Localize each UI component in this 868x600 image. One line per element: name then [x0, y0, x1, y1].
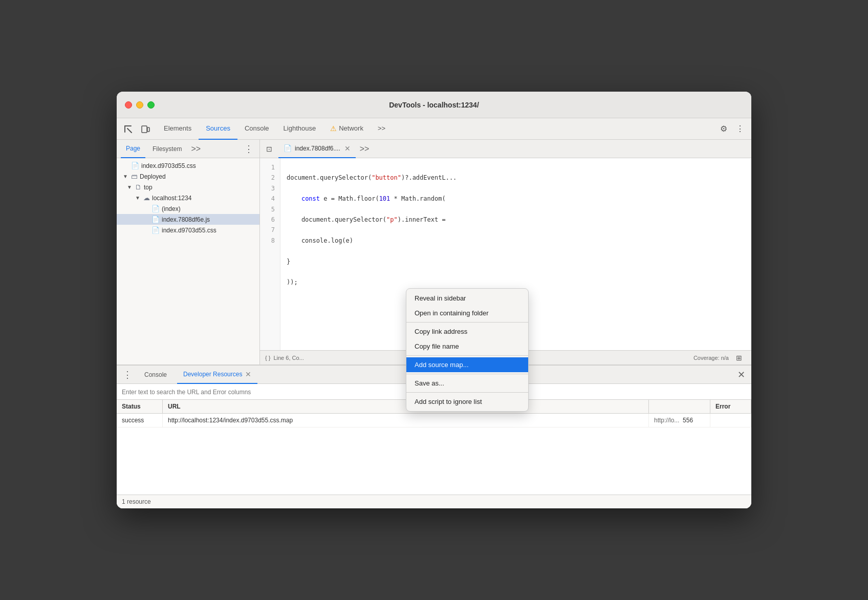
title-bar: DevTools - localhost:1234/	[117, 92, 751, 118]
cell-error	[710, 414, 751, 427]
editor-tab-label: index.7808df6....	[295, 145, 340, 152]
minimize-button[interactable]	[136, 101, 143, 109]
folder-label: localhost:1234	[152, 195, 191, 202]
ctx-separator-4	[406, 392, 528, 393]
sidebar-tab-bar: Page Filesystem >> ⋮	[117, 140, 259, 158]
cell-url: http://localhost:1234/index.d9703d55.css…	[163, 414, 649, 427]
file-icon: 📄	[151, 205, 160, 212]
ctx-copy-link[interactable]: Copy link address	[406, 324, 528, 339]
ctx-add-ignore[interactable]: Add script to ignore list	[406, 394, 528, 409]
tab-lighthouse[interactable]: Lighthouse	[276, 118, 323, 140]
cell-url2: http://lo... 556	[649, 414, 710, 427]
sidebar-menu-button[interactable]: ⋮	[242, 141, 255, 157]
bottom-tab-dev-resources[interactable]: Developer Resources ✕	[177, 366, 257, 384]
panel-layout-icon[interactable]: ⊡	[262, 142, 276, 156]
file-tree-sidebar: Page Filesystem >> ⋮ 📄 index.d9703d55.cs…	[117, 140, 260, 365]
close-bottom-panel-icon[interactable]: ✕	[735, 367, 747, 382]
tab-network[interactable]: ⚠ Network	[323, 118, 371, 140]
file-icon: 📄	[131, 162, 139, 169]
file-icon: 📄	[151, 216, 160, 223]
status-right: Coverage: n/a ⊞	[693, 351, 746, 365]
ctx-copy-filename[interactable]: Copy file name	[406, 339, 528, 354]
svg-rect-1	[124, 125, 125, 133]
list-item[interactable]: ▼ 🗃 Deployed	[117, 171, 259, 182]
folder-label: Deployed	[140, 173, 166, 180]
file-label: index.d9703d55.css	[141, 162, 196, 169]
tab-console[interactable]: Console	[237, 118, 276, 140]
tab-elements[interactable]: Elements	[157, 118, 199, 140]
folder-icon: 🗋	[135, 183, 142, 191]
devtools-icons	[121, 122, 153, 136]
sidebar-tab-page[interactable]: Page	[121, 140, 145, 158]
devtools-window: DevTools - localhost:1234/ Elements	[117, 92, 751, 508]
device-toggle-icon[interactable]	[138, 122, 153, 136]
coverage-label: Coverage: n/a	[693, 355, 729, 361]
list-item[interactable]: 📄 index.d9703d55.css	[117, 225, 259, 235]
inspect-icon[interactable]	[121, 122, 135, 136]
devtools-right-icons: ⚙ ⋮	[717, 122, 747, 136]
ctx-save-as[interactable]: Save as...	[406, 376, 528, 391]
coverage-detail-icon[interactable]: ⊞	[732, 351, 746, 365]
editor-tab-active[interactable]: 📄 index.7808df6.... ✕	[278, 140, 356, 158]
list-item[interactable]: ▼ 🗋 top	[117, 182, 259, 192]
warning-icon: ⚠	[330, 124, 337, 133]
ctx-separator-2	[406, 355, 528, 356]
tab-sources[interactable]: Sources	[199, 118, 237, 140]
file-icon: 📄	[151, 226, 160, 234]
tree-arrow-icon: ▼	[123, 174, 129, 179]
overflow-menu-icon[interactable]: ⋮	[733, 122, 747, 136]
status-left: { } Line 6, Co...	[265, 355, 304, 361]
file-tree: 📄 index.d9703d55.css ▼ 🗃 Deployed ▼ 🗋 to…	[117, 158, 259, 365]
data-table: Status URL Error success http://localhos…	[117, 400, 751, 495]
list-item[interactable]: ▼ ☁ localhost:1234	[117, 192, 259, 203]
editor-tab-bar: ⊡ 📄 index.7808df6.... ✕ >>	[260, 140, 751, 158]
line-numbers: 1 2 3 4 5 6 7 8	[260, 158, 280, 350]
folder-icon: 🗃	[131, 173, 138, 180]
devtools-tab-bar: Elements Sources Console Lighthouse ⚠ Ne…	[117, 118, 751, 140]
list-item[interactable]: 📄 (index)	[117, 203, 259, 214]
col-status: Status	[117, 400, 163, 413]
svg-rect-2	[142, 126, 147, 133]
table-footer: 1 resource	[117, 495, 751, 508]
cursor-position: Line 6, Co...	[273, 355, 303, 361]
cloud-icon: ☁	[143, 194, 150, 202]
list-item[interactable]: 📄 index.d9703d55.css	[117, 160, 259, 171]
ctx-add-source-map[interactable]: Add source map...	[406, 357, 528, 372]
col-url2	[649, 400, 710, 413]
format-icon[interactable]: { }	[265, 355, 270, 361]
fullscreen-button[interactable]	[147, 101, 155, 109]
ctx-open-folder[interactable]: Open in containing folder	[406, 306, 528, 320]
close-button[interactable]	[125, 101, 132, 109]
ctx-separator-1	[406, 322, 528, 323]
editor-tab-more-icon[interactable]: >>	[360, 144, 370, 154]
tab-more[interactable]: >>	[371, 118, 393, 140]
close-dev-resources-icon[interactable]: ✕	[245, 370, 251, 378]
sidebar-tab-filesystem[interactable]: Filesystem	[147, 140, 187, 158]
bottom-tab-console[interactable]: Console	[138, 366, 173, 384]
window-title: DevTools - localhost:1234/	[389, 101, 479, 109]
bottom-panel-menu-icon[interactable]: ⋮	[121, 367, 134, 382]
file-icon: 📄	[284, 144, 292, 152]
resource-count: 1 resource	[122, 498, 151, 505]
svg-rect-0	[124, 125, 132, 126]
settings-icon[interactable]: ⚙	[717, 122, 731, 136]
window-content: Page Filesystem >> ⋮ 📄 index.d9703d55.cs…	[117, 140, 751, 508]
folder-label: top	[144, 184, 153, 191]
file-label: index.d9703d55.css	[162, 227, 216, 234]
file-label: (index)	[162, 205, 181, 212]
cell-status: success	[117, 414, 163, 427]
ctx-reveal-sidebar[interactable]: Reveal in sidebar	[406, 291, 528, 306]
context-menu: Reveal in sidebar Open in containing fol…	[406, 288, 529, 412]
ctx-separator-3	[406, 374, 528, 374]
tree-arrow-icon: ▼	[135, 195, 141, 201]
svg-rect-3	[147, 127, 149, 132]
editor-tab-close-icon[interactable]: ✕	[344, 144, 351, 153]
table-row[interactable]: success http://localhost:1234/index.d970…	[117, 414, 751, 427]
list-item[interactable]: 📄 index.7808df6e.js	[117, 214, 259, 225]
sidebar-tabs-more[interactable]: >>	[191, 144, 201, 154]
tree-arrow-icon: ▼	[127, 184, 133, 190]
file-label: index.7808df6e.js	[162, 216, 210, 223]
traffic-lights	[125, 101, 155, 109]
col-error: Error	[710, 400, 751, 413]
